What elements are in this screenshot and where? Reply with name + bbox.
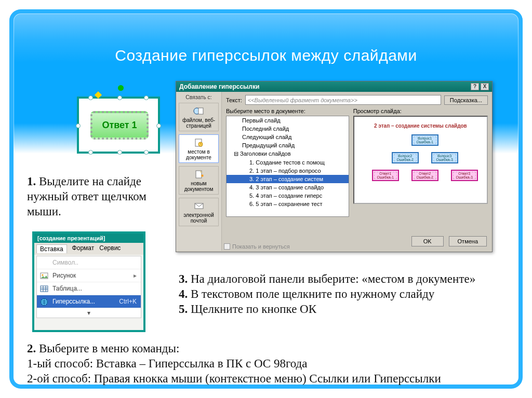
tree-node[interactable]: Предыдущий слайд (227, 141, 349, 149)
menu-tab-format[interactable]: Формат (72, 244, 95, 253)
sidebar-item-new-doc[interactable]: новымдокументом (179, 166, 219, 195)
answer-shape[interactable]: Ответ 1 (77, 97, 160, 154)
answer-box[interactable]: Ответ 1 (90, 111, 149, 140)
tree-node[interactable]: 4. 3 этап – создание слайдо (227, 183, 349, 191)
menu-dropdown: Символ.. Рисунок ▸ Таблица... Гиперссыл (36, 256, 141, 318)
preview-node: Ответ2 Ошибка-2 (411, 170, 438, 181)
tree-node[interactable]: 6. 5 этап – сохранение тест (227, 200, 349, 208)
tree-node[interactable]: 1. Создание тестов с помощ (227, 158, 349, 167)
expand-menu-icon[interactable]: ▾ (37, 308, 141, 318)
shortcut-text: Ctrl+K (119, 298, 137, 305)
preview-node: Ответ1 Ошибка-1 (372, 170, 399, 181)
tree-node[interactable]: 2. 1 этап – подбор вопросо (227, 167, 349, 175)
preview-label: Просмотр слайда: (353, 108, 488, 114)
mail-icon (193, 201, 205, 211)
step1-text: 1. Выделите на слайде нужный ответ щелчк… (27, 174, 172, 219)
sidebar-item-email[interactable]: электроннойпочтой (179, 198, 219, 226)
preview-title: 2 этап – создание системы слайдов (358, 123, 483, 129)
preview-node: Вопрос1 Ошибка-1 (411, 134, 438, 146)
svg-rect-2 (41, 286, 48, 292)
steps-3-5-text: 3. На диалоговой панели выберите: «место… (179, 272, 516, 317)
adjust-handle-icon[interactable] (95, 91, 102, 99)
tree-node[interactable]: 5. 4 этап – создание гиперс (227, 191, 349, 200)
table-icon (40, 285, 48, 293)
picture-icon (40, 272, 48, 280)
tree-node[interactable]: Последний слайд (227, 125, 349, 133)
preview-node: Ответ3 Ошибка-3 (451, 170, 478, 181)
slide-frame: Создание гиперссылок между слайдами Отве… (9, 9, 523, 389)
menu-item-symbol[interactable]: Символ.. (37, 256, 141, 269)
menu-item-hyperlink[interactable]: Гиперссылка... Ctrl+K (37, 295, 141, 308)
cancel-button[interactable]: Отмена (449, 236, 487, 246)
file-web-icon (193, 106, 205, 116)
preview-node: Вопрос2 Ошибка-2 (392, 152, 419, 163)
menu-tab-insert[interactable]: Вставка (36, 244, 67, 253)
tree-node[interactable]: Первый слайд (227, 116, 349, 125)
rotation-handle-icon[interactable] (118, 85, 124, 91)
dialog-title-text: Добавление гиперссылки (179, 83, 259, 90)
dialog-sidebar: Связать с: файлом, веб-страницей местом … (176, 92, 222, 251)
sidebar-item-place-in-doc[interactable]: местом вдокументе (179, 134, 219, 163)
tree-node[interactable]: ⊟ Заголовки слайдов (227, 149, 349, 158)
menu-window-title: [создание презентаций] (34, 234, 143, 243)
choose-place-label: Выберите место в документе: (226, 108, 349, 114)
doc-place-icon (193, 138, 205, 147)
tree-node[interactable]: 3. 2 этап – создание систем (227, 175, 349, 183)
svg-rect-5 (198, 108, 203, 114)
show-and-return-checkbox[interactable]: Показать и вернуться (224, 243, 290, 250)
hint-button[interactable]: Подсказка... (444, 95, 488, 105)
sidebar-label: Связать с: (176, 92, 221, 101)
slide-preview: 2 этап – создание системы слайдов Вопрос… (353, 116, 488, 204)
ok-button[interactable]: OK (411, 236, 444, 246)
menu-tab-service[interactable]: Сервис (99, 244, 121, 253)
sidebar-item-file-web[interactable]: файлом, веб-страницей (179, 103, 219, 131)
menu-tabs: Вставка Формат Сервис (34, 243, 143, 255)
step2-text: 2. Выберите в меню команды: 1-ый способ:… (27, 341, 521, 386)
link-text-input[interactable] (245, 95, 441, 105)
menu-item-picture[interactable]: Рисунок ▸ (37, 269, 141, 282)
text-label: Текст: (226, 97, 242, 103)
menu-item-table[interactable]: Таблица... (37, 282, 141, 295)
preview-node: Вопрос3 Ошибка-3 (431, 152, 458, 163)
document-tree[interactable]: Первый слайдПоследний слайдСледующий сла… (226, 116, 349, 217)
tree-node[interactable]: Следующий слайд (227, 133, 349, 141)
svg-point-1 (42, 275, 44, 276)
new-doc-icon (193, 170, 205, 179)
submenu-arrow-icon: ▸ (134, 272, 137, 279)
menu-screenshot: [создание презентаций] Вставка Формат Се… (32, 231, 145, 332)
hyperlink-dialog: Добавление гиперссылки ? X Связать с: фа… (176, 81, 493, 252)
dialog-titlebar: Добавление гиперссылки ? X (176, 81, 492, 92)
close-button[interactable]: X (481, 83, 489, 90)
slide-title: Создание гиперссылок между слайдами (9, 47, 523, 64)
globe-icon (40, 298, 48, 306)
checkbox-icon (224, 243, 230, 250)
help-button[interactable]: ? (471, 83, 479, 90)
